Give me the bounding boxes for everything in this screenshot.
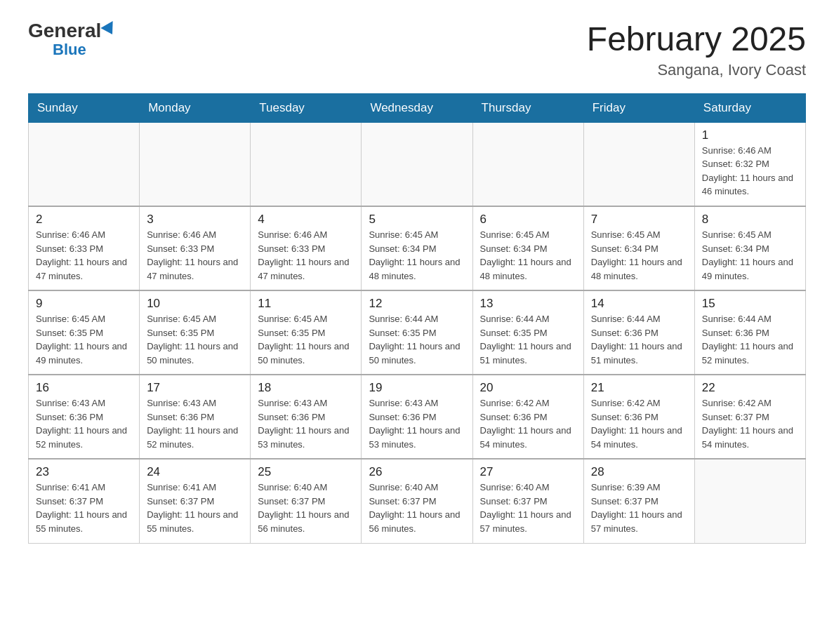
day-number: 16	[36, 381, 132, 395]
calendar-cell: 5Sunrise: 6:45 AM Sunset: 6:34 PM Daylig…	[362, 206, 472, 290]
logo: General Blue	[28, 21, 117, 59]
calendar-cell: 22Sunrise: 6:42 AM Sunset: 6:37 PM Dayli…	[694, 375, 805, 459]
day-info: Sunrise: 6:40 AM Sunset: 6:37 PM Dayligh…	[258, 481, 354, 535]
calendar-cell: 14Sunrise: 6:44 AM Sunset: 6:36 PM Dayli…	[583, 290, 694, 375]
day-info: Sunrise: 6:43 AM Sunset: 6:36 PM Dayligh…	[147, 396, 243, 451]
day-info: Sunrise: 6:45 AM Sunset: 6:34 PM Dayligh…	[480, 228, 576, 283]
calendar-cell: 20Sunrise: 6:42 AM Sunset: 6:36 PM Dayli…	[472, 375, 583, 459]
day-info: Sunrise: 6:44 AM Sunset: 6:35 PM Dayligh…	[480, 312, 576, 367]
calendar-cell: 24Sunrise: 6:41 AM Sunset: 6:37 PM Dayli…	[140, 459, 251, 543]
week-row-5: 23Sunrise: 6:41 AM Sunset: 6:37 PM Dayli…	[29, 459, 806, 543]
day-number: 21	[591, 381, 687, 395]
week-row-2: 2Sunrise: 6:46 AM Sunset: 6:33 PM Daylig…	[29, 206, 806, 290]
calendar-header: SundayMondayTuesdayWednesdayThursdayFrid…	[29, 93, 806, 122]
logo-triangle-icon	[101, 21, 119, 38]
week-row-3: 9Sunrise: 6:45 AM Sunset: 6:35 PM Daylig…	[29, 290, 806, 375]
title-section: February 2025 Sangana, Ivory Coast	[587, 21, 806, 79]
day-info: Sunrise: 6:40 AM Sunset: 6:37 PM Dayligh…	[369, 481, 465, 535]
day-number: 18	[258, 381, 354, 395]
day-number: 7	[591, 213, 687, 227]
day-number: 4	[258, 213, 354, 227]
calendar-cell: 25Sunrise: 6:40 AM Sunset: 6:37 PM Dayli…	[251, 459, 362, 543]
day-number: 2	[36, 213, 132, 227]
day-number: 5	[369, 213, 465, 227]
calendar-cell: 21Sunrise: 6:42 AM Sunset: 6:36 PM Dayli…	[583, 375, 694, 459]
day-header-tuesday: Tuesday	[251, 93, 362, 122]
calendar-cell: 16Sunrise: 6:43 AM Sunset: 6:36 PM Dayli…	[29, 375, 140, 459]
logo-general-text: General	[28, 21, 101, 41]
days-of-week-row: SundayMondayTuesdayWednesdayThursdayFrid…	[29, 93, 806, 122]
day-info: Sunrise: 6:45 AM Sunset: 6:34 PM Dayligh…	[702, 228, 798, 283]
day-info: Sunrise: 6:46 AM Sunset: 6:33 PM Dayligh…	[258, 228, 354, 283]
calendar-body: 1Sunrise: 6:46 AM Sunset: 6:32 PM Daylig…	[29, 122, 806, 543]
day-info: Sunrise: 6:42 AM Sunset: 6:36 PM Dayligh…	[591, 396, 687, 451]
day-number: 12	[369, 297, 465, 311]
calendar-table: SundayMondayTuesdayWednesdayThursdayFrid…	[28, 93, 806, 544]
day-number: 25	[258, 465, 354, 479]
day-header-thursday: Thursday	[472, 93, 583, 122]
day-number: 17	[147, 381, 243, 395]
calendar-cell: 26Sunrise: 6:40 AM Sunset: 6:37 PM Dayli…	[362, 459, 472, 543]
day-info: Sunrise: 6:44 AM Sunset: 6:36 PM Dayligh…	[591, 312, 687, 367]
day-header-saturday: Saturday	[694, 93, 805, 122]
calendar-cell: 7Sunrise: 6:45 AM Sunset: 6:34 PM Daylig…	[583, 206, 694, 290]
calendar-cell: 12Sunrise: 6:44 AM Sunset: 6:35 PM Dayli…	[362, 290, 472, 375]
page-header: General Blue February 2025 Sangana, Ivor…	[28, 21, 806, 79]
calendar-cell: 15Sunrise: 6:44 AM Sunset: 6:36 PM Dayli…	[694, 290, 805, 375]
day-info: Sunrise: 6:43 AM Sunset: 6:36 PM Dayligh…	[258, 396, 354, 451]
calendar-cell	[472, 122, 583, 206]
day-number: 19	[369, 381, 465, 395]
calendar-cell: 27Sunrise: 6:40 AM Sunset: 6:37 PM Dayli…	[472, 459, 583, 543]
day-number: 9	[36, 297, 132, 311]
location-text: Sangana, Ivory Coast	[587, 61, 806, 79]
calendar-cell: 4Sunrise: 6:46 AM Sunset: 6:33 PM Daylig…	[251, 206, 362, 290]
day-info: Sunrise: 6:44 AM Sunset: 6:36 PM Dayligh…	[702, 312, 798, 367]
logo-blue-text: Blue	[53, 41, 86, 59]
day-info: Sunrise: 6:45 AM Sunset: 6:35 PM Dayligh…	[36, 312, 132, 367]
day-info: Sunrise: 6:41 AM Sunset: 6:37 PM Dayligh…	[147, 481, 243, 535]
day-info: Sunrise: 6:43 AM Sunset: 6:36 PM Dayligh…	[369, 396, 465, 451]
calendar-cell: 8Sunrise: 6:45 AM Sunset: 6:34 PM Daylig…	[694, 206, 805, 290]
calendar-cell: 28Sunrise: 6:39 AM Sunset: 6:37 PM Dayli…	[583, 459, 694, 543]
calendar-cell	[694, 459, 805, 543]
calendar-cell: 11Sunrise: 6:45 AM Sunset: 6:35 PM Dayli…	[251, 290, 362, 375]
day-info: Sunrise: 6:44 AM Sunset: 6:35 PM Dayligh…	[369, 312, 465, 367]
calendar-cell: 19Sunrise: 6:43 AM Sunset: 6:36 PM Dayli…	[362, 375, 472, 459]
day-info: Sunrise: 6:46 AM Sunset: 6:33 PM Dayligh…	[36, 228, 132, 283]
day-number: 10	[147, 297, 243, 311]
calendar-cell: 10Sunrise: 6:45 AM Sunset: 6:35 PM Dayli…	[140, 290, 251, 375]
calendar-cell: 18Sunrise: 6:43 AM Sunset: 6:36 PM Dayli…	[251, 375, 362, 459]
month-title: February 2025	[587, 21, 806, 58]
day-number: 28	[591, 465, 687, 479]
day-header-wednesday: Wednesday	[362, 93, 472, 122]
day-header-sunday: Sunday	[29, 93, 140, 122]
day-info: Sunrise: 6:43 AM Sunset: 6:36 PM Dayligh…	[36, 396, 132, 451]
calendar-cell: 23Sunrise: 6:41 AM Sunset: 6:37 PM Dayli…	[29, 459, 140, 543]
day-info: Sunrise: 6:46 AM Sunset: 6:32 PM Dayligh…	[702, 144, 798, 199]
calendar-cell: 1Sunrise: 6:46 AM Sunset: 6:32 PM Daylig…	[694, 122, 805, 206]
calendar-cell: 9Sunrise: 6:45 AM Sunset: 6:35 PM Daylig…	[29, 290, 140, 375]
day-header-monday: Monday	[140, 93, 251, 122]
week-row-4: 16Sunrise: 6:43 AM Sunset: 6:36 PM Dayli…	[29, 375, 806, 459]
day-number: 15	[702, 297, 798, 311]
day-number: 13	[480, 297, 576, 311]
day-info: Sunrise: 6:42 AM Sunset: 6:37 PM Dayligh…	[702, 396, 798, 451]
calendar-cell: 3Sunrise: 6:46 AM Sunset: 6:33 PM Daylig…	[140, 206, 251, 290]
day-number: 23	[36, 465, 132, 479]
day-number: 26	[369, 465, 465, 479]
day-info: Sunrise: 6:45 AM Sunset: 6:34 PM Dayligh…	[369, 228, 465, 283]
day-number: 8	[702, 213, 798, 227]
day-number: 6	[480, 213, 576, 227]
calendar-cell	[362, 122, 472, 206]
day-info: Sunrise: 6:45 AM Sunset: 6:34 PM Dayligh…	[591, 228, 687, 283]
calendar-cell: 6Sunrise: 6:45 AM Sunset: 6:34 PM Daylig…	[472, 206, 583, 290]
day-number: 20	[480, 381, 576, 395]
day-info: Sunrise: 6:42 AM Sunset: 6:36 PM Dayligh…	[480, 396, 576, 451]
day-info: Sunrise: 6:46 AM Sunset: 6:33 PM Dayligh…	[147, 228, 243, 283]
day-number: 22	[702, 381, 798, 395]
day-info: Sunrise: 6:45 AM Sunset: 6:35 PM Dayligh…	[258, 312, 354, 367]
day-number: 11	[258, 297, 354, 311]
day-info: Sunrise: 6:45 AM Sunset: 6:35 PM Dayligh…	[147, 312, 243, 367]
day-info: Sunrise: 6:39 AM Sunset: 6:37 PM Dayligh…	[591, 481, 687, 535]
calendar-cell: 17Sunrise: 6:43 AM Sunset: 6:36 PM Dayli…	[140, 375, 251, 459]
